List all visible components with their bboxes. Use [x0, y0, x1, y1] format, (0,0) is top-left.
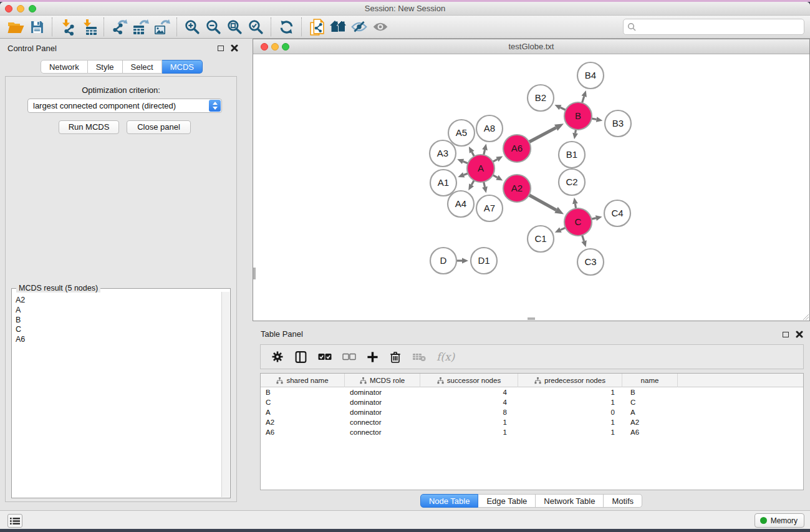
show-all-button[interactable]	[370, 17, 391, 36]
mcds-result-item[interactable]: C	[16, 325, 221, 335]
node-D1[interactable]: D1	[471, 248, 497, 274]
node-A4[interactable]: A4	[448, 191, 474, 217]
first-neighbors-button[interactable]	[327, 17, 349, 36]
node-B4[interactable]: B4	[577, 62, 604, 89]
export-image-button[interactable]	[151, 17, 172, 36]
import-network-button[interactable]	[57, 17, 78, 36]
mcds-result-item[interactable]: A2	[16, 296, 221, 306]
network-canvas[interactable]: B4B2BB3A5A8A6B1A3AC2A1A2A4A7C4CC1C3DD1	[253, 54, 809, 321]
edge-A6-B[interactable]	[528, 123, 564, 142]
criterion-dropdown[interactable]: largest connected component (directed)	[27, 99, 222, 113]
tab-network[interactable]: Network	[41, 60, 88, 74]
network-close-button[interactable]	[261, 43, 268, 51]
resize-grip-icon[interactable]	[802, 313, 809, 320]
tab-edge-table[interactable]: Edge Table	[478, 494, 536, 508]
node-A7[interactable]: A7	[476, 195, 503, 221]
tab-style[interactable]: Style	[88, 60, 123, 74]
delete-table-button-disabled	[412, 352, 426, 362]
node-B2[interactable]: B2	[528, 85, 554, 111]
network-horizontal-scrollbar[interactable]	[528, 317, 535, 320]
network-maximize-button[interactable]	[282, 43, 289, 51]
deselect-all-button[interactable]	[342, 353, 356, 360]
node-B1[interactable]: B1	[559, 142, 585, 168]
zoom-selected-button[interactable]	[245, 17, 266, 36]
node-B[interactable]: B	[564, 102, 592, 130]
node-B3[interactable]: B3	[605, 110, 631, 137]
column-header-MCDS-role[interactable]: MCDS role	[345, 374, 420, 387]
close-window-button[interactable]	[5, 5, 12, 12]
column-header-name[interactable]: name	[622, 374, 678, 387]
node-A[interactable]: A	[467, 155, 494, 182]
svg-text:C: C	[575, 216, 582, 227]
zoom-out-button[interactable]	[203, 17, 224, 36]
node-D[interactable]: D	[430, 248, 456, 274]
node-A8[interactable]: A8	[476, 115, 503, 142]
mcds-result-scrollbar[interactable]	[221, 292, 229, 497]
screen: Session: New Session	[0, 0, 810, 532]
create-column-button[interactable]	[367, 351, 378, 363]
import-table-button[interactable]	[78, 17, 99, 36]
node-A5[interactable]: A5	[448, 120, 475, 146]
node-C3[interactable]: C3	[577, 249, 604, 275]
edge-B-B4[interactable]	[582, 90, 587, 104]
node-A1[interactable]: A1	[430, 170, 456, 196]
float-table-panel-icon[interactable]	[783, 332, 789, 337]
network-from-selection-button[interactable]	[306, 17, 327, 36]
table-row[interactable]: Bdominator41B	[261, 387, 803, 397]
export-table-button[interactable]	[130, 17, 151, 36]
close-panel-icon[interactable]	[231, 44, 238, 52]
close-table-panel-icon[interactable]	[796, 331, 803, 338]
close-panel-button[interactable]: Close panel	[127, 120, 191, 134]
mcds-result-item[interactable]: B	[16, 316, 221, 326]
run-mcds-button[interactable]: Run MCDS	[59, 120, 119, 134]
column-header-successor-nodes[interactable]: successor nodes	[420, 374, 518, 387]
tab-motifs[interactable]: Motifs	[604, 494, 642, 508]
select-all-button[interactable]	[318, 353, 332, 360]
edge-D-D1[interactable]	[455, 258, 468, 264]
tab-node-table[interactable]: Node Table	[420, 494, 479, 508]
table-options-button[interactable]	[271, 351, 284, 363]
column-header-shared-name[interactable]: shared name	[261, 374, 345, 387]
edge-A2-C[interactable]	[528, 195, 564, 215]
table-row[interactable]: Adominator80A	[261, 407, 803, 417]
minimize-window-button[interactable]	[17, 5, 24, 12]
table-row[interactable]: A2connector11A2	[261, 417, 803, 427]
node-C2[interactable]: C2	[559, 169, 585, 195]
arrowhead-icon	[482, 143, 488, 150]
task-history-button[interactable]	[7, 514, 22, 528]
open-session-button[interactable]	[5, 17, 26, 36]
hide-selected-button[interactable]	[349, 17, 370, 36]
node-C1[interactable]: C1	[528, 226, 554, 252]
table-row[interactable]: A6connector11A6	[261, 427, 803, 437]
zoom-fit-button[interactable]	[224, 17, 245, 36]
node-C[interactable]: C	[564, 208, 592, 236]
search-input[interactable]	[637, 21, 804, 33]
network-minimize-button[interactable]	[271, 43, 279, 51]
node-A2[interactable]: A2	[503, 175, 531, 202]
delete-column-button[interactable]	[389, 351, 402, 364]
save-session-button[interactable]	[26, 17, 47, 36]
mcds-result-item[interactable]: A6	[16, 335, 221, 345]
optimization-criterion-label: Optimization criterion:	[6, 85, 236, 95]
column-header-predecessor-nodes[interactable]: predecessor nodes	[518, 374, 622, 387]
edge-B-B2[interactable]	[555, 105, 567, 110]
refresh-view-button[interactable]	[276, 17, 297, 36]
function-builder-disabled: f(x)	[436, 351, 455, 363]
node-C4[interactable]: C4	[604, 200, 630, 226]
edge-C-C1[interactable]	[555, 227, 567, 233]
edge-C-C3[interactable]	[581, 234, 586, 247]
tab-mcds[interactable]: MCDS	[162, 60, 203, 74]
memory-button[interactable]: Memory	[755, 513, 804, 528]
show-columns-button[interactable]	[294, 351, 307, 364]
zoom-in-button[interactable]	[181, 17, 203, 36]
node-A3[interactable]: A3	[430, 140, 456, 167]
tab-network-table[interactable]: Network Table	[536, 494, 604, 508]
float-panel-icon[interactable]	[218, 46, 224, 51]
export-network-button[interactable]	[108, 17, 130, 36]
table-row[interactable]: Cdominator41C	[261, 397, 803, 407]
maximize-window-button[interactable]	[29, 5, 36, 12]
network-vertical-scrollbar[interactable]	[253, 268, 256, 279]
tab-select[interactable]: Select	[123, 60, 162, 74]
node-A6[interactable]: A6	[503, 135, 531, 162]
mcds-result-item[interactable]: A	[16, 306, 221, 316]
